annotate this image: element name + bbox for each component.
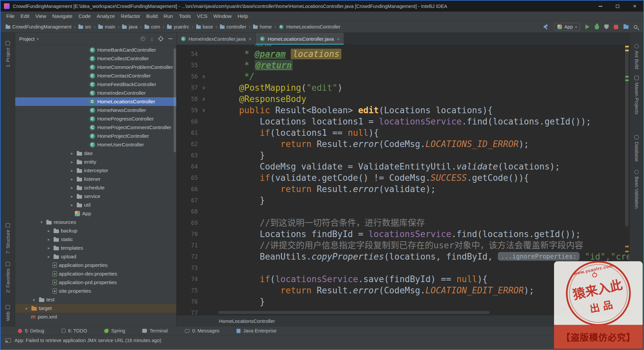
project-scrollbar[interactable] (174, 48, 176, 152)
tree-item-static[interactable]: ▸static (15, 235, 176, 244)
breadcrumb-item-java[interactable]: java (121, 24, 139, 30)
tree-item-homeusercontroller[interactable]: HomeUserController (15, 140, 176, 149)
chevron-right-icon[interactable]: ▸ (69, 203, 75, 207)
menu-refactor[interactable]: Refactor (118, 12, 143, 21)
chevron-right-icon[interactable]: ▸ (31, 297, 37, 302)
editor-stripe-mark[interactable] (625, 50, 629, 51)
menu-run[interactable]: Run (161, 12, 176, 21)
toolwindow-switcher-icon[interactable] (5, 338, 11, 343)
tree-item-homeprojectcommentcontroller[interactable]: HomeProjectCommentController (15, 123, 176, 132)
tree-item-application-prd-properties[interactable]: application-prd.properties (15, 278, 176, 287)
menu-window[interactable]: Window (210, 12, 235, 21)
tree-item-homeprojectcontroller[interactable]: HomeProjectController (15, 132, 176, 140)
code-line[interactable]: 55 * @return (177, 60, 629, 71)
code-line[interactable]: 62 return Result.error(CodeMsg.LOCATIONS… (177, 138, 629, 150)
toolwindow-terminal[interactable]: Terminal (142, 328, 168, 333)
chevron-right-icon[interactable]: ▸ (46, 254, 52, 259)
editor-stripe-mark[interactable] (625, 251, 629, 252)
stop-button[interactable] (614, 25, 618, 29)
run-config-selector[interactable]: App ▾ (554, 23, 580, 31)
locate-file-icon[interactable] (141, 36, 145, 41)
code-line[interactable]: 69 //到这说明一切符合条件，进行数据库保存 (177, 217, 629, 228)
close-icon[interactable]: × (337, 36, 340, 42)
breadcrumb-item-base[interactable]: base (195, 24, 214, 30)
code-line[interactable]: 65 if(validate.getCode() != CodeMsg.SUCC… (177, 172, 629, 183)
toolwindow-6-todo[interactable]: 6: TODO (62, 328, 87, 333)
build-hammer-icon[interactable] (543, 24, 549, 30)
chevron-right-icon[interactable]: ▸ (69, 185, 75, 190)
tree-item-application-properties[interactable]: application.properties (15, 261, 176, 270)
toolwindow-button-ant-build[interactable]: Ant Build (630, 44, 643, 69)
breadcrumb-item-home[interactable]: home (252, 24, 273, 30)
menu-vcs[interactable]: VCS (194, 12, 210, 21)
menu-navigate[interactable]: Navigate (49, 12, 75, 21)
breadcrumb-item-src[interactable]: src (77, 24, 92, 30)
tab-homeindexcontroller-java[interactable]: HomeIndexController.java× (177, 33, 256, 45)
toolwindow-button-database[interactable]: Database (630, 135, 643, 162)
tree-item-homenewscontroller[interactable]: HomeNewsController (15, 106, 176, 115)
maximize-button[interactable] (609, 1, 626, 12)
gear-icon[interactable] (159, 37, 163, 41)
tree-item-application-dev-properties[interactable]: application-dev.properties (15, 270, 176, 278)
tree-item-site-properties[interactable]: site.properties (15, 287, 176, 295)
tree-item-dao[interactable]: ▸dao (15, 149, 176, 158)
chevron-right-icon[interactable]: ▸ (69, 177, 75, 181)
code-line[interactable]: 66 return Result.error(validate); (177, 183, 629, 195)
code-line[interactable]: 57∨ @PostMapping("edit") (177, 82, 629, 93)
code-line[interactable]: 68 (177, 206, 629, 217)
tree-item-test[interactable]: ▸test (15, 295, 176, 304)
chevron-down-icon[interactable]: ▾ (37, 37, 39, 41)
minimize-button[interactable] (592, 1, 609, 12)
toolwindow-button-1-project[interactable]: 1: Project (1, 41, 15, 67)
code-line[interactable]: 58∧ @ResponseBody (177, 93, 629, 105)
code-line[interactable]: 71 //讲提交的用户信息指定字段复制到已存在的user对象中，该方法会覆盖新字… (177, 240, 629, 251)
toolwindow-button-web[interactable]: Web (1, 305, 15, 321)
tree-item-util[interactable]: ▸util (15, 201, 176, 209)
breadcrumb-item-main[interactable]: main (97, 24, 116, 30)
hide-panel-icon[interactable] (168, 38, 172, 39)
chevron-right-icon[interactable]: ▸ (69, 168, 75, 173)
toolwindow-spring[interactable]: Spring (104, 328, 125, 333)
tree-item-target[interactable]: ▸target (15, 304, 176, 313)
tree-item-homecollectcontroller[interactable]: HomeCollectController (15, 54, 176, 63)
tree-item-homecontactcontroller[interactable]: HomeContactController (15, 72, 176, 80)
code-line[interactable]: 53 * 编辑 (177, 45, 629, 48)
code-line[interactable]: 59∨ public Result<Boolean> edit(Location… (177, 105, 629, 116)
toolwindow-button-maven-projects[interactable]: Maven Projects (630, 76, 643, 114)
chevron-right-icon[interactable]: ▸ (69, 151, 75, 156)
tree-item-schedule[interactable]: ▸schedule (15, 183, 176, 192)
toolwindow-5-debug[interactable]: 5: Debug (18, 328, 44, 333)
tree-item-templates[interactable]: ▸templates (15, 244, 176, 252)
tree-item-backup[interactable]: ▸backup (15, 226, 176, 235)
menu-analyze[interactable]: Analyze (94, 12, 118, 21)
code-line[interactable]: 61 if(locations1 == null){ (177, 127, 629, 138)
tree-item-homeindexcontroller[interactable]: HomeIndexController (15, 89, 176, 97)
code-line[interactable]: 67 } (177, 195, 629, 206)
chevron-right-icon[interactable]: ▸ (46, 246, 52, 250)
menu-help[interactable]: Help (235, 12, 251, 21)
tree-item-upload[interactable]: ▸upload (15, 252, 176, 261)
toolwindow-button-2-favorites[interactable]: 2: Favorites (1, 262, 15, 293)
menu-view[interactable]: View (32, 12, 49, 21)
code-line[interactable]: 70 Locations findById = locationsService… (177, 228, 629, 240)
debug-button[interactable] (595, 25, 599, 29)
toolwindow-0-messages[interactable]: 0: Messages (185, 328, 219, 333)
code-line[interactable]: 64 CodeMsg validate = ValidateEntityUtil… (177, 161, 629, 172)
close-icon[interactable]: × (249, 36, 252, 42)
toolwindow-button-7-structure[interactable]: 7: Structure (1, 223, 15, 254)
breadcrumb-item-com[interactable]: com (144, 24, 161, 30)
breadcrumb-item-controller[interactable]: controller (219, 24, 247, 30)
editor-stripe-mark[interactable] (625, 76, 629, 77)
toolwindow-java-enterprise[interactable]: Java Enterprise (236, 328, 277, 333)
run-button[interactable] (585, 25, 589, 29)
fold-up-icon[interactable]: ∧ (198, 93, 210, 105)
tree-item-homecommonproblemcontroller[interactable]: HomeCommonProblemController (15, 63, 176, 72)
menu-edit[interactable]: Edit (18, 12, 32, 21)
menu-tools[interactable]: Tools (176, 12, 194, 21)
close-button[interactable]: × (626, 1, 643, 12)
coverage-button[interactable] (604, 25, 609, 29)
breadcrumb-item-homelocationscontroller[interactable]: HomeLocationsController (278, 24, 341, 30)
toolwindow-button-bean-validation[interactable]: Bean Validation (630, 170, 643, 209)
project-folder-icon[interactable] (623, 25, 628, 29)
tab-homelocationscontroller-java[interactable]: HomeLocationsController.java× (256, 33, 344, 45)
